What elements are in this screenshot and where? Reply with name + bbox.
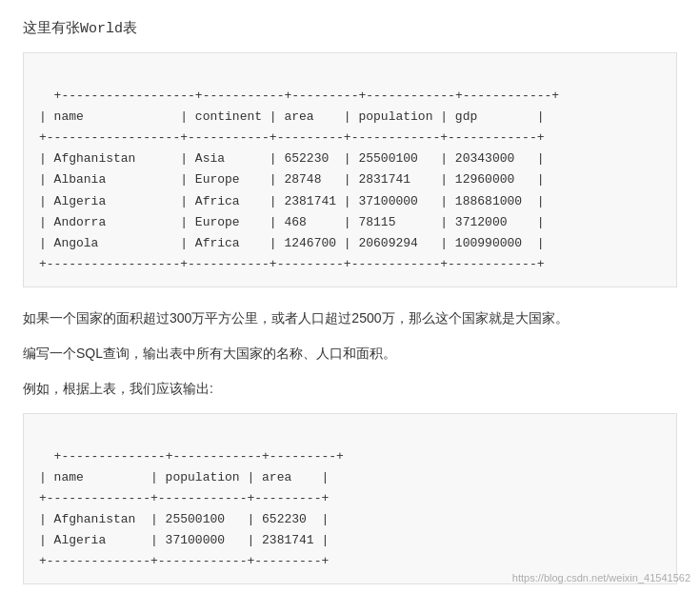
watermark: https://blog.csdn.net/weixin_41541562 <box>512 572 690 583</box>
desc-sql-query: 编写一个SQL查询，输出表中所有大国家的名称、人口和面积。 <box>23 342 677 366</box>
output-table: +--------------+------------+---------+ … <box>23 413 677 585</box>
intro-text: 这里有张World表 <box>23 19 677 37</box>
desc-big-country: 如果一个国家的面积超过300万平方公里，或者人口超过2500万，那么这个国家就是… <box>23 306 677 330</box>
world-table: +------------------+-----------+--------… <box>23 52 677 287</box>
desc-example: 例如，根据上表，我们应该输出: <box>23 377 677 401</box>
